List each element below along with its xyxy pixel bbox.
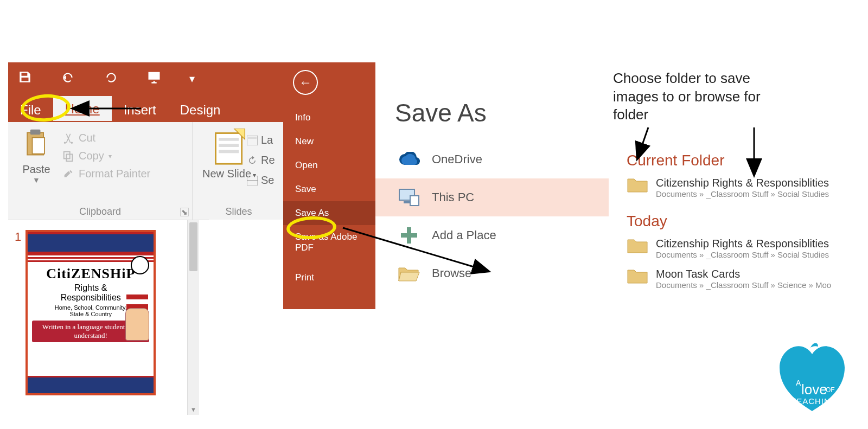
- location-add-place[interactable]: Add a Place: [375, 216, 609, 254]
- annotation-text: Choose folder to save images to or brows…: [613, 69, 846, 124]
- save-as-title: Save As: [375, 79, 609, 140]
- folder-icon: [627, 268, 648, 285]
- quick-access-toolbar: ▾: [8, 62, 285, 95]
- location-onedrive[interactable]: OneDrive: [375, 140, 609, 178]
- svg-rect-11: [248, 137, 257, 139]
- section-button[interactable]: Se: [247, 174, 275, 187]
- tab-home[interactable]: Home: [53, 96, 112, 122]
- svg-rect-4: [66, 154, 72, 161]
- svg-text:TEACHING: TEACHING: [791, 396, 838, 406]
- svg-rect-18: [401, 233, 417, 238]
- folder-current-0[interactable]: Citizenship Rights & Responsiblities Doc…: [627, 172, 860, 203]
- backstage-nav: ← Info New Open Save Save As Save as Ado…: [283, 62, 375, 309]
- arrow-left-icon: ←: [299, 75, 312, 90]
- save-as-pane: Save As OneDrive This PC Add a Place: [375, 79, 609, 309]
- customize-qat-icon[interactable]: ▾: [189, 72, 195, 85]
- redo-icon[interactable]: [104, 70, 119, 88]
- svg-text:A: A: [796, 379, 801, 387]
- group-slides: New Slide ▾ La Re Se Slides: [193, 122, 285, 220]
- clipboard-dialog-launcher[interactable]: ⬊: [180, 208, 189, 216]
- svg-rect-1: [30, 130, 41, 135]
- copy-icon: [62, 150, 74, 162]
- paste-button[interactable]: Paste ▼: [12, 129, 60, 184]
- save-icon[interactable]: [18, 70, 32, 88]
- plus-icon: [397, 225, 421, 246]
- cloud-icon: [397, 149, 421, 170]
- location-this-pc[interactable]: This PC: [375, 178, 609, 216]
- slide-thumbnail-pane: 1 CitiZENSHiP Rights &Responsibilities H…: [8, 220, 209, 415]
- nav-save-as-pdf[interactable]: Save as Adobe PDF: [283, 225, 375, 260]
- current-folder-heading: Current Folder: [627, 152, 860, 169]
- nav-new[interactable]: New: [283, 130, 375, 153]
- svg-rect-9: [219, 150, 239, 153]
- back-button[interactable]: ←: [293, 70, 318, 95]
- tab-design[interactable]: Design: [168, 97, 233, 122]
- format-painter-button[interactable]: Format Painter: [62, 168, 150, 180]
- svg-text:OF: OF: [826, 386, 835, 394]
- folder-icon: [627, 238, 648, 255]
- svg-rect-16: [404, 201, 410, 203]
- ribbon-tabs: File Home Insert Design: [8, 95, 285, 122]
- undo-icon[interactable]: [59, 70, 76, 88]
- paste-label: Paste: [12, 163, 60, 176]
- folder-today-0[interactable]: Citizenship Rights & Responsiblities Doc…: [627, 233, 860, 264]
- scissors-icon: [62, 132, 74, 144]
- reset-button[interactable]: Re: [247, 154, 275, 167]
- section-icon: [247, 176, 258, 185]
- svg-rect-7: [219, 138, 239, 141]
- group-clipboard: Paste ▼ Cut Copy ▾ Format Painter Clip: [8, 122, 193, 220]
- ribbon-body: Paste ▼ Cut Copy ▾ Format Painter Clip: [8, 122, 285, 220]
- tab-insert[interactable]: Insert: [112, 97, 168, 122]
- copy-button[interactable]: Copy ▾: [62, 150, 150, 162]
- slide-number: 1: [15, 230, 21, 395]
- folder-today-1[interactable]: Moon Task Cards Documents » _Classroom S…: [627, 264, 860, 294]
- brush-icon: [62, 168, 74, 180]
- folder-list: Current Folder Citizenship Rights & Resp…: [627, 152, 860, 294]
- scroll-down-icon[interactable]: ▼: [188, 406, 199, 413]
- svg-rect-8: [219, 144, 239, 147]
- nav-open[interactable]: Open: [283, 153, 375, 177]
- reset-icon: [247, 156, 258, 165]
- svg-rect-2: [33, 138, 44, 154]
- svg-rect-15: [410, 196, 419, 206]
- scrollbar-thumb[interactable]: [189, 222, 197, 271]
- svg-text:love: love: [801, 381, 827, 398]
- nav-info[interactable]: Info: [283, 106, 375, 130]
- pc-icon: [397, 187, 421, 208]
- location-browse[interactable]: Browse: [375, 254, 609, 292]
- new-slide-icon: [213, 129, 246, 165]
- cut-button[interactable]: Cut: [62, 132, 150, 144]
- folder-open-icon: [397, 263, 421, 284]
- start-slideshow-icon[interactable]: [146, 69, 162, 88]
- clipboard-caption: Clipboard: [8, 206, 192, 217]
- paste-dropdown-icon[interactable]: ▼: [12, 176, 60, 184]
- blog-logo: A love OF TEACHING: [771, 338, 853, 419]
- nav-save[interactable]: Save: [283, 177, 375, 201]
- today-heading: Today: [627, 213, 860, 230]
- tab-file[interactable]: File: [8, 97, 53, 122]
- layout-button[interactable]: La: [247, 134, 275, 146]
- nav-save-as[interactable]: Save As: [283, 201, 375, 225]
- slides-caption: Slides: [193, 206, 285, 217]
- nav-print[interactable]: Print: [283, 266, 375, 290]
- folder-icon: [627, 177, 648, 194]
- slide-thumbnail[interactable]: CitiZENSHiP Rights &Responsibilities Hom…: [25, 230, 156, 395]
- paste-icon: [24, 129, 49, 159]
- thumbnail-scrollbar[interactable]: ▼: [187, 220, 199, 415]
- layout-icon: [247, 136, 258, 145]
